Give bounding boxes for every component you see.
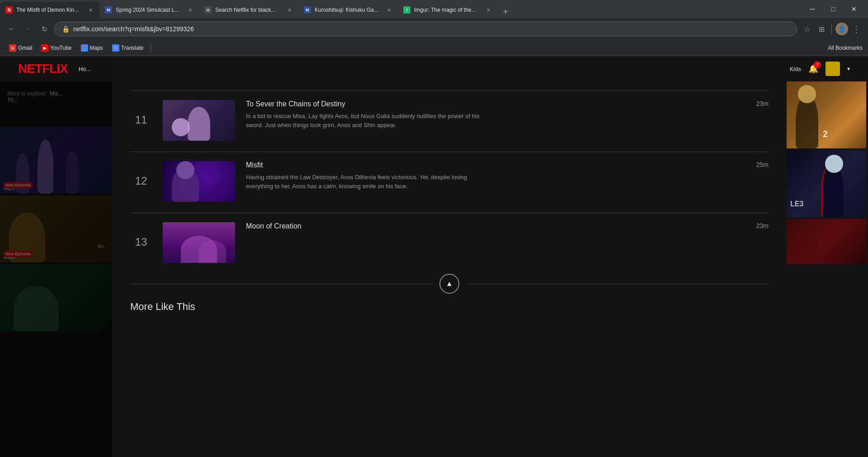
episode-thumbnail-11[interactable] xyxy=(163,100,235,141)
tab-bar: N The Misfit of Demon Kin... ✕ M Spring … xyxy=(0,0,868,18)
bookmarks-bar: G Gmail ▶ YouTube 📍 Maps T Translate All… xyxy=(0,40,868,56)
lock-icon: 🔒 xyxy=(62,25,70,33)
episode-thumbnail-12[interactable] xyxy=(163,161,235,202)
divider-13 xyxy=(130,213,769,213)
tab-title-imgur: Imgur: The magic of the... xyxy=(414,7,481,13)
profile-dropdown[interactable]: ▾ xyxy=(847,66,850,72)
translate-label: Translate xyxy=(121,45,144,51)
gmail-label: Gmail xyxy=(18,45,32,51)
episode-item-12: 12 Misfit 25m Having obtained th xyxy=(130,161,769,202)
nav-home[interactable]: Ho... xyxy=(79,66,91,72)
episode-number-13: 13 xyxy=(130,222,152,248)
netflix-header: NETFLIX Ho... Kids 🔔 7 ▾ xyxy=(0,56,868,81)
address-input[interactable]: 🔒 netflix.com/search?q=misfit&jbv=812993… xyxy=(54,22,797,36)
close-button[interactable]: ✕ xyxy=(844,0,864,18)
maps-favicon: 📍 xyxy=(81,44,88,52)
netflix-page: NETFLIX Ho... Kids 🔔 7 ▾ More to explore… xyxy=(0,56,868,457)
bookmark-maps[interactable]: 📍 Maps xyxy=(77,43,107,53)
episode-number-12: 12 xyxy=(130,161,152,187)
episode-duration-11: 23m xyxy=(756,100,769,107)
tab-netflix[interactable]: N The Misfit of Demon Kin... ✕ xyxy=(0,2,99,18)
episode-title-13: Moon of Creation xyxy=(246,222,302,230)
bookmark-translate[interactable]: T Translate xyxy=(108,43,147,53)
kuroshitsuji-favicon: M xyxy=(304,6,311,14)
tab-title-search-netflix: Search Netflix for black... xyxy=(215,7,282,13)
minimize-button[interactable]: ─ xyxy=(802,0,823,18)
bell-button[interactable]: 🔔 7 xyxy=(808,64,818,74)
tab-kuroshitsuji[interactable]: M Kuroshitsuji: Kishuku Ga... ✕ xyxy=(298,2,398,18)
youtube-label: YouTube xyxy=(50,45,71,51)
scroll-line-left xyxy=(130,284,432,284)
address-bar: ← → ↻ 🔒 netflix.com/search?q=misfit&jbv=… xyxy=(0,18,868,40)
episode-item-13: 13 Moon of Creation xyxy=(130,222,769,263)
tab-imgur[interactable]: I Imgur: The magic of the... ✕ xyxy=(398,2,497,18)
right-panel: 2 LE3 xyxy=(787,81,868,457)
episode-desc-12: Having obtained the Law Destroyer, Avos … xyxy=(246,173,490,190)
tab-title-netflix: The Misfit of Demon Kin... xyxy=(16,7,83,13)
divider-11 xyxy=(130,90,769,91)
scroll-section: ▲ xyxy=(130,274,769,294)
episode-info-13: Moon of Creation 23m xyxy=(246,222,769,234)
episode-header-11: To Sever the Chains of Destiny 23m xyxy=(246,100,769,108)
tab-close-search-netflix[interactable]: ✕ xyxy=(286,6,293,14)
scroll-line-right xyxy=(467,284,769,284)
tab-close-imgur[interactable]: ✕ xyxy=(485,6,492,14)
browser-frame: N The Misfit of Demon Kin... ✕ M Spring … xyxy=(0,0,868,457)
episode-duration-13: 23m xyxy=(756,222,769,229)
tab-mal-spring[interactable]: M Spring 2024 Simulcast L... ✕ xyxy=(99,2,199,18)
mal-spring-favicon: M xyxy=(105,6,112,14)
gmail-favicon: G xyxy=(9,44,16,52)
new-tab-button[interactable]: + xyxy=(499,5,512,18)
tab-title-kuroshitsuji: Kuroshitsuji: Kishuku Ga... xyxy=(315,7,382,13)
bookmark-gmail[interactable]: G Gmail xyxy=(5,43,36,53)
address-icons: ☆ ⊞ 👤 ⋮ xyxy=(801,23,863,35)
tab-close-mal-spring[interactable]: ✕ xyxy=(186,6,193,14)
episode-title-11: To Sever the Chains of Destiny xyxy=(246,100,345,108)
tab-close-netflix[interactable]: ✕ xyxy=(87,6,94,14)
star-button[interactable]: ☆ xyxy=(801,23,813,35)
divider xyxy=(831,24,832,34)
profile-button[interactable]: 👤 xyxy=(835,23,848,35)
back-button[interactable]: ← xyxy=(5,23,18,35)
maximize-button[interactable]: □ xyxy=(823,0,844,18)
extensions-button[interactable]: ⊞ xyxy=(815,23,828,35)
tab-search-netflix[interactable]: U Search Netflix for black... ✕ xyxy=(199,2,298,18)
youtube-favicon: ▶ xyxy=(41,44,48,52)
right-card-1[interactable]: 2 xyxy=(787,81,866,148)
netflix-nav: Ho... xyxy=(79,66,91,72)
right-card-2[interactable]: LE3 xyxy=(787,150,866,217)
bookmarks-divider xyxy=(151,43,151,52)
episode-info-11: To Sever the Chains of Destiny 23m In a … xyxy=(246,100,769,129)
left-overlay xyxy=(0,56,112,457)
scroll-up-button[interactable]: ▲ xyxy=(439,274,459,294)
forward-button[interactable]: → xyxy=(22,23,34,35)
kids-button[interactable]: Kids xyxy=(790,66,801,72)
episode-thumbnail-13[interactable] xyxy=(163,222,235,263)
profile-avatar[interactable] xyxy=(826,62,840,76)
tab-close-kuroshitsuji[interactable]: ✕ xyxy=(385,6,392,14)
episode-duration-12: 25m xyxy=(756,161,769,168)
episode-info-12: Misfit 25m Having obtained the Law Destr… xyxy=(246,161,769,190)
reload-button[interactable]: ↻ xyxy=(38,23,51,35)
episode-item-11: 11 To Sever the Chains of Destiny 23m In… xyxy=(130,100,769,141)
tab-title-mal-spring: Spring 2024 Simulcast L... xyxy=(116,7,183,13)
header-right: Kids 🔔 7 ▾ xyxy=(790,62,850,76)
episode-desc-11: In a bid to rescue Misa, Lay fights Avos… xyxy=(246,112,490,129)
address-text: netflix.com/search?q=misfit&jbv=81299326 xyxy=(73,25,789,33)
episode-number-11: 11 xyxy=(130,100,152,126)
all-bookmarks-label[interactable]: All Bookmarks xyxy=(828,45,863,51)
bookmark-youtube[interactable]: ▶ YouTube xyxy=(38,43,75,53)
menu-button[interactable]: ⋮ xyxy=(850,23,863,35)
imgur-favicon: I xyxy=(403,6,410,14)
bell-badge: 7 xyxy=(814,61,821,68)
episode-header-12: Misfit 25m xyxy=(246,161,769,169)
netflix-favicon: N xyxy=(5,6,13,14)
netflix-logo[interactable]: NETFLIX xyxy=(18,62,68,76)
right-card-3[interactable] xyxy=(787,219,866,264)
search-netflix-favicon: U xyxy=(204,6,212,14)
divider-12 xyxy=(130,152,769,152)
maps-label: Maps xyxy=(90,45,103,51)
episode-list: 11 To Sever the Chains of Destiny 23m In… xyxy=(112,81,787,457)
episode-title-12: Misfit xyxy=(246,161,263,169)
episode-header-13: Moon of Creation 23m xyxy=(246,222,769,230)
